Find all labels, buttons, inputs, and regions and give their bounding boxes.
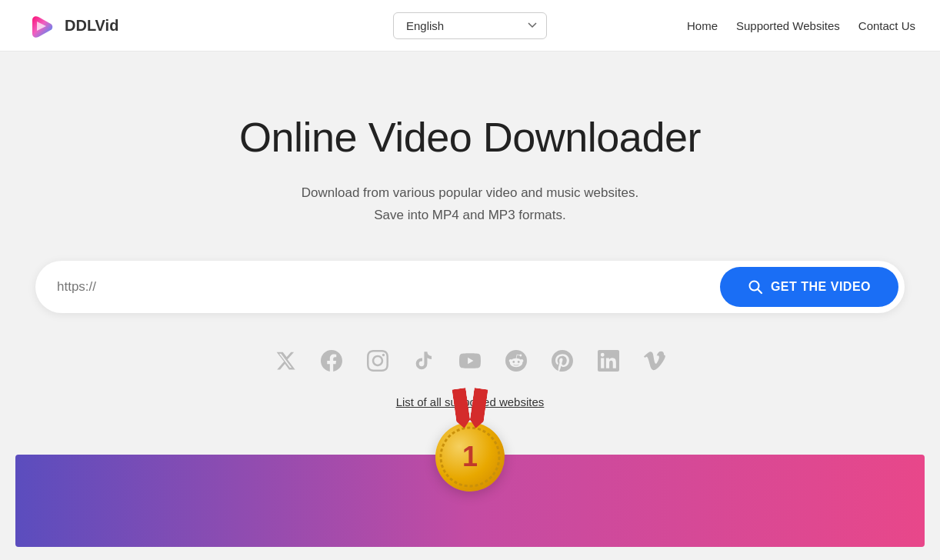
- logo-area: DDLVid: [25, 9, 118, 42]
- search-icon: [748, 279, 763, 295]
- medal-ribbon-right: [468, 388, 488, 429]
- medal-number: 1: [462, 441, 478, 473]
- url-input[interactable]: [57, 279, 720, 295]
- get-video-label: GET THE VIDEO: [771, 280, 871, 294]
- twitter-icon[interactable]: [275, 350, 296, 377]
- tiktok-icon[interactable]: [413, 350, 435, 377]
- nav-home[interactable]: Home: [687, 19, 718, 32]
- nav-contact[interactable]: Contact Us: [858, 19, 915, 32]
- hero-subtitle-line2: Save into MP4 and MP3 formats.: [374, 208, 565, 222]
- social-icons-row: [275, 350, 665, 377]
- search-bar: GET THE VIDEO: [35, 261, 905, 313]
- navbar: DDLVid EnglishSpanishFrenchGermanPortugu…: [0, 0, 940, 52]
- medal-ribbon-left: [452, 388, 471, 429]
- linkedin-icon[interactable]: [598, 350, 619, 377]
- vimeo-icon[interactable]: [644, 350, 665, 377]
- logo-text: DDLVid: [65, 17, 118, 35]
- medal-container: 1: [435, 385, 505, 492]
- hero-title: Online Video Downloader: [239, 113, 701, 161]
- medal-circle: 1: [435, 422, 505, 492]
- reddit-icon[interactable]: [505, 350, 527, 377]
- hero-subtitle-line1: Download from various popular video and …: [302, 185, 638, 200]
- facebook-icon[interactable]: [321, 350, 342, 377]
- hero-subtitle: Download from various popular video and …: [302, 182, 638, 227]
- instagram-icon[interactable]: [367, 350, 388, 377]
- nav-links: Home Supported Websites Contact Us: [687, 19, 915, 32]
- main-content: Online Video Downloader Download from va…: [0, 52, 940, 560]
- banner-area: 1: [15, 455, 925, 547]
- language-selector-container: EnglishSpanishFrenchGermanPortugueseItal…: [393, 12, 547, 39]
- language-select[interactable]: EnglishSpanishFrenchGermanPortugueseItal…: [393, 12, 547, 39]
- logo-icon: [25, 9, 57, 42]
- nav-supported[interactable]: Supported Websites: [736, 19, 840, 32]
- pinterest-icon[interactable]: [552, 350, 573, 377]
- get-video-button[interactable]: GET THE VIDEO: [720, 267, 898, 307]
- youtube-icon[interactable]: [459, 350, 481, 377]
